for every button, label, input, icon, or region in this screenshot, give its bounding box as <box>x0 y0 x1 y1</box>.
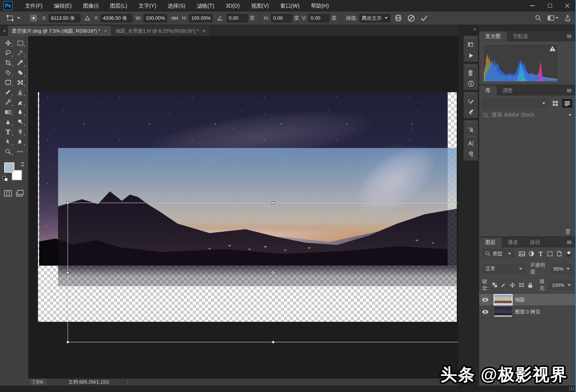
eraser-tool[interactable] <box>14 97 26 107</box>
spot-healing-brush-tool[interactable] <box>2 68 14 77</box>
edit-toolbar-button[interactable] <box>14 146 26 156</box>
relative-position-delta-icon[interactable] <box>85 16 90 20</box>
y-input[interactable]: 4336.50 像 <box>101 14 133 22</box>
menu-file[interactable]: 文件(F) <box>19 0 48 11</box>
transform-handle-middle-left[interactable] <box>66 271 69 274</box>
gradient-tool[interactable] <box>2 107 14 117</box>
filter-pixel-layers-icon[interactable] <box>519 250 526 258</box>
patch-tool[interactable] <box>2 77 14 87</box>
cached-data-warning-icon[interactable] <box>549 46 556 52</box>
path-selection-tool[interactable] <box>2 137 14 146</box>
link-dimensions-icon[interactable] <box>171 16 178 20</box>
transform-reference-point[interactable] <box>271 270 276 275</box>
foreground-color-swatch[interactable] <box>4 162 14 173</box>
opacity-field[interactable]: 65% <box>551 264 572 273</box>
menu-layer[interactable]: 图层(L) <box>104 0 133 11</box>
layer-thumbnail[interactable] <box>494 295 512 305</box>
actions-panel-icon[interactable] <box>464 50 478 61</box>
filter-shape-layers-icon[interactable] <box>546 250 554 258</box>
dodge-tool[interactable] <box>14 117 26 127</box>
blend-mode-select[interactable]: 正常 <box>482 264 526 273</box>
h-skew-input[interactable]: 0.00 <box>271 14 292 22</box>
quick-mask-mode-icon[interactable] <box>4 190 12 197</box>
magic-wand-tool[interactable] <box>14 48 26 58</box>
lock-all-icon[interactable] <box>528 282 533 288</box>
menu-image[interactable]: 图像(I) <box>77 0 104 11</box>
layer-filter-select[interactable]: 类型 <box>482 249 514 258</box>
adobe-stock-search[interactable]: 搜索 Adobe Stock <box>483 112 571 118</box>
document-tab-star[interactable]: 星空接片.dng @ 7.5% (地面, RGB/16*) * ✕ <box>8 26 112 36</box>
menu-edit[interactable]: 编辑(E) <box>48 0 77 11</box>
list-view-icon[interactable] <box>562 99 572 108</box>
panel-menu-icon[interactable] <box>567 241 572 244</box>
brushes-panel-icon[interactable] <box>464 106 478 117</box>
grid-view-icon[interactable] <box>550 99 560 108</box>
screen-mode-icon[interactable] <box>16 190 24 197</box>
canvas-area[interactable] <box>28 36 458 378</box>
filter-on-off-toggle[interactable] <box>565 250 572 258</box>
layer-name[interactable]: 地面 <box>515 296 525 303</box>
tab-libraries[interactable]: 库 <box>479 86 497 96</box>
history-brush-tool[interactable] <box>2 97 14 107</box>
panel-menu-icon[interactable] <box>567 89 572 93</box>
cancel-transform-icon[interactable] <box>407 14 415 22</box>
tab-navigator[interactable]: 导航器 <box>507 31 535 41</box>
transform-handle-bottom-center[interactable] <box>272 341 275 343</box>
document-tab-ground-pano[interactable]: 地面_全景图1.tif @ 6.25%(RGB/16*) * ✕ <box>112 26 210 36</box>
reference-point-selector[interactable] <box>30 15 37 21</box>
transform-handle-top-left[interactable] <box>66 202 69 204</box>
v-skew-input[interactable]: 0.00 <box>308 14 330 22</box>
menu-window[interactable]: 窗口(W) <box>275 0 305 11</box>
panel-menu-icon[interactable] <box>567 35 572 38</box>
angle-input[interactable]: 0.00 <box>227 14 248 22</box>
tab-histogram[interactable]: 直方图 <box>479 31 507 41</box>
sharpen-tool[interactable] <box>2 117 14 127</box>
lasso-tool[interactable] <box>2 48 14 58</box>
transform-handle-top-center[interactable] <box>272 202 275 204</box>
menu-select[interactable]: 选择(S) <box>162 0 191 11</box>
lock-position-icon[interactable] <box>510 282 515 288</box>
tool-preset-chevron-icon[interactable] <box>17 17 20 19</box>
delete-icon[interactable] <box>565 228 571 235</box>
menu-3d[interactable]: 3D(D) <box>220 0 245 11</box>
close-tab-icon[interactable]: ✕ <box>104 28 107 34</box>
blur-tool[interactable] <box>14 107 26 117</box>
visibility-eye-icon[interactable] <box>479 306 491 318</box>
layer-row-ground[interactable]: 地面 <box>479 294 575 306</box>
minimize-button[interactable] <box>524 0 541 11</box>
workspace-switcher-icon[interactable] <box>548 15 559 21</box>
search-icon[interactable] <box>535 15 541 21</box>
zoom-tool[interactable] <box>2 146 14 156</box>
commit-transform-icon[interactable] <box>420 15 428 22</box>
crop-tool[interactable] <box>2 58 14 68</box>
share-icon[interactable] <box>565 15 571 22</box>
paragraph-panel-icon[interactable] <box>464 149 478 159</box>
type-tool[interactable] <box>2 127 14 137</box>
healing-brush-tool[interactable] <box>14 68 26 77</box>
clone-source-panel-icon[interactable] <box>464 124 478 134</box>
filter-adjustment-layers-icon[interactable] <box>528 250 535 258</box>
menu-filter[interactable]: 滤镜(T) <box>191 0 220 11</box>
tab-channels[interactable]: 通道 <box>502 238 524 247</box>
scroll-tabs-left-icon[interactable]: « <box>0 28 8 36</box>
character-panel-icon[interactable] <box>464 138 478 149</box>
free-transform-bounding-box[interactable] <box>68 203 458 342</box>
lock-pixels-icon[interactable] <box>501 282 506 288</box>
content-aware-move-tool[interactable] <box>14 77 26 87</box>
collapse-panels-icon[interactable]: « <box>473 27 476 32</box>
rectangular-marquee-tool[interactable] <box>14 38 26 48</box>
status-options-chevron-icon[interactable]: 〉 <box>126 379 131 386</box>
history-panel-icon[interactable] <box>464 39 478 50</box>
pen-tool[interactable] <box>14 127 26 137</box>
window-resize-grip[interactable] <box>569 386 574 391</box>
move-tool[interactable] <box>2 38 14 48</box>
filter-smart-objects-icon[interactable] <box>556 250 563 258</box>
search-scope-chevron-icon[interactable] <box>568 114 571 116</box>
layer-name[interactable]: 图层 0 拷贝 <box>515 309 540 315</box>
default-colors-icon[interactable] <box>3 176 8 181</box>
lock-artboard-icon[interactable] <box>519 282 524 288</box>
visibility-eye-icon[interactable] <box>479 294 491 305</box>
zoom-level-field[interactable]: 7.5% <box>28 379 47 386</box>
brush-settings-panel-icon[interactable] <box>464 96 478 106</box>
clone-stamp-tool[interactable] <box>14 87 26 97</box>
